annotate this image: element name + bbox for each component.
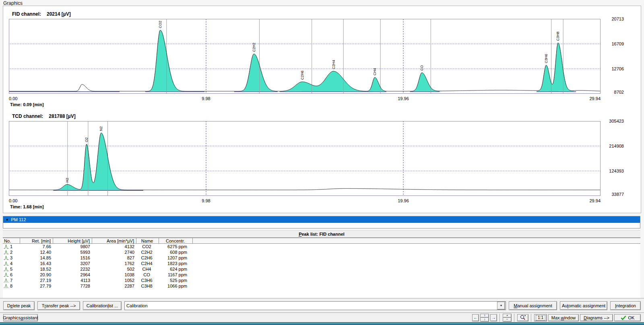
toolbar-separator bbox=[531, 314, 532, 322]
pan-right-button[interactable]: → bbox=[490, 314, 497, 321]
peak-height: 5993 bbox=[53, 250, 92, 255]
svg-text:CO2: CO2 bbox=[158, 21, 162, 28]
tcd-ytick-2: 124393 bbox=[603, 169, 624, 173]
fid-channel-header: FID channel:20214 [µV] bbox=[12, 11, 71, 17]
col-name[interactable]: Name bbox=[136, 238, 159, 243]
col-area[interactable]: Area [min*µV] bbox=[92, 238, 136, 243]
rider-peak-icon bbox=[4, 284, 9, 288]
svg-text:H2: H2 bbox=[65, 178, 69, 183]
peak-number: 7 bbox=[10, 278, 12, 283]
integration-button[interactable]: Integration bbox=[610, 301, 641, 310]
peak-icon bbox=[4, 250, 9, 255]
zoom-step-out-button[interactable]: − bbox=[503, 318, 512, 322]
graphics-panel: FID channel:20214 [µV] CO2C2H2C2H6C2H4CH… bbox=[3, 6, 641, 213]
peak-table: No. Ret. [min] Height [µV] Area [min*µV]… bbox=[3, 238, 640, 298]
ok-label: OK bbox=[628, 315, 635, 320]
peak-name: CH4 bbox=[136, 267, 159, 272]
peak-height: 9807 bbox=[53, 244, 92, 249]
peak-row[interactable]: 827.7977282287C3H81066 ppm bbox=[3, 283, 640, 289]
peak-no: 1 bbox=[3, 244, 20, 249]
peak-number: 3 bbox=[10, 255, 12, 260]
toolbar-separator bbox=[500, 314, 500, 322]
peak-area: 827 bbox=[92, 255, 136, 260]
pan-down-button[interactable]: ↓ bbox=[480, 318, 489, 322]
peak-concentration: 608 ppm bbox=[159, 250, 193, 255]
peak-concentration: 1167 ppm bbox=[159, 272, 193, 277]
automatic-assignment-button[interactable]: Automatic assignment bbox=[560, 301, 607, 310]
peak-number: 1 bbox=[10, 244, 12, 249]
zoom-step-buttons: + − bbox=[503, 314, 512, 322]
svg-text:C3H6: C3H6 bbox=[544, 54, 548, 63]
peak-area: 2740 bbox=[92, 250, 136, 255]
peak-concentration: 1207 ppm bbox=[159, 255, 193, 260]
zoom-in-icon bbox=[520, 315, 526, 321]
calibration-list-button[interactable]: Calibration list ... bbox=[83, 301, 122, 310]
col-no[interactable]: No. bbox=[3, 238, 20, 243]
tcd-ytick-3: 33877 bbox=[603, 192, 624, 197]
peak-no: 5 bbox=[3, 267, 20, 272]
arrow-right-icon: → bbox=[492, 315, 496, 320]
peak-ret: 27.19 bbox=[20, 278, 53, 283]
svg-text:C3H8: C3H8 bbox=[556, 31, 560, 41]
fid-xtick-1: 9.98 bbox=[194, 96, 218, 101]
peak-row[interactable]: 620.9029641038CO1167 ppm bbox=[3, 272, 640, 278]
diagrams-button[interactable]: Diagrams --> bbox=[580, 314, 613, 321]
peak-no: 6 bbox=[3, 272, 20, 277]
col-ret[interactable]: Ret. [min] bbox=[20, 238, 53, 243]
tcd-channel-header: TCD channel:281788 [µV] bbox=[12, 113, 76, 119]
peak-name: C2H2 bbox=[136, 250, 159, 255]
col-concentr[interactable]: Concentr. bbox=[159, 238, 193, 243]
peak-concentration: 1066 ppm bbox=[159, 284, 193, 288]
arrow-up-icon: ↑ bbox=[484, 314, 485, 317]
svg-text:C2H6: C2H6 bbox=[300, 70, 304, 80]
tcd-channel-label: TCD channel: bbox=[12, 113, 43, 119]
transfer-peak-button[interactable]: Transfer peak --> bbox=[37, 301, 80, 310]
scale-1-1-button[interactable]: 1:1 bbox=[534, 314, 547, 321]
zoom-tool-button[interactable] bbox=[517, 314, 528, 321]
delete-peak-button[interactable]: Delete peak bbox=[3, 301, 35, 310]
graphics-assistant-button[interactable]: Graphics assistant bbox=[3, 314, 38, 321]
rider-peak-icon bbox=[4, 278, 9, 283]
tcd-xtick-3: 29.94 bbox=[584, 198, 601, 203]
peak-name: C3H8 bbox=[136, 284, 159, 288]
peak-number: 6 bbox=[10, 272, 12, 277]
sample-name: PM 112 bbox=[11, 217, 26, 222]
sample-list-item[interactable]: ● PM 112 bbox=[3, 216, 640, 223]
status-toolbar: Graphics assistant ← ↑ ↓ → + − 1:1 Max. … bbox=[0, 313, 644, 322]
tcd-ytick-1: 214908 bbox=[603, 144, 624, 148]
peak-row[interactable]: 416.4332071762C2H41823 ppm bbox=[3, 261, 640, 266]
peak-height: 7728 bbox=[53, 284, 92, 288]
peak-name: C2H4 bbox=[136, 261, 159, 266]
peak-height: 1516 bbox=[53, 255, 92, 260]
peak-name: CO2 bbox=[136, 244, 159, 249]
peak-row[interactable]: 314.851516827C2H61207 ppm bbox=[3, 255, 640, 261]
fid-channel-label: FID channel: bbox=[12, 11, 41, 17]
peak-row[interactable]: 212.4059932740C2H2608 ppm bbox=[3, 249, 640, 255]
svg-text:CO: CO bbox=[420, 65, 424, 71]
svg-text:C2H4: C2H4 bbox=[332, 60, 336, 69]
ok-button[interactable]: OK bbox=[614, 314, 641, 321]
fid-chromatogram-plot[interactable]: CO2C2H2C2H6C2H4CH4COC3H6C3H8 bbox=[9, 19, 601, 94]
window-title: Graphics bbox=[3, 0, 23, 6]
svg-text:CH4: CH4 bbox=[373, 68, 377, 75]
peak-name: C2H6 bbox=[136, 255, 159, 260]
peak-row[interactable]: 727.1941131052C3H6525 ppm bbox=[3, 278, 640, 283]
col-height[interactable]: Height [µV] bbox=[53, 238, 92, 243]
calibration-combobox[interactable]: Calibration ▼ bbox=[124, 301, 506, 310]
check-icon bbox=[621, 315, 626, 320]
combobox-dropdown-button[interactable]: ▼ bbox=[497, 302, 505, 310]
tcd-chromatogram-plot[interactable]: H2O2N2 bbox=[9, 121, 601, 196]
peak-row[interactable]: 518.522232502CH4624 ppm bbox=[3, 266, 640, 272]
max-window-button[interactable]: Max. window bbox=[548, 314, 579, 321]
peak-row[interactable]: 17.6698074132CO26275 ppm bbox=[3, 244, 640, 249]
fid-ytick-0: 20713 bbox=[603, 16, 624, 21]
pan-zoom-controls: ← ↑ ↓ → + − 1:1 Max. window Diagrams --> bbox=[472, 314, 641, 322]
peak-ret: 27.79 bbox=[20, 284, 53, 288]
peak-name: CO bbox=[136, 272, 159, 277]
pan-vertical-buttons: ↑ ↓ bbox=[480, 314, 489, 322]
svg-text:C2H2: C2H2 bbox=[252, 43, 256, 52]
manual-assignment-button[interactable]: Manual assignment bbox=[509, 301, 557, 310]
fid-xtick-0: 0.00 bbox=[9, 96, 17, 101]
window-bottom-edge bbox=[0, 322, 644, 325]
pan-left-button[interactable]: ← bbox=[472, 314, 479, 321]
